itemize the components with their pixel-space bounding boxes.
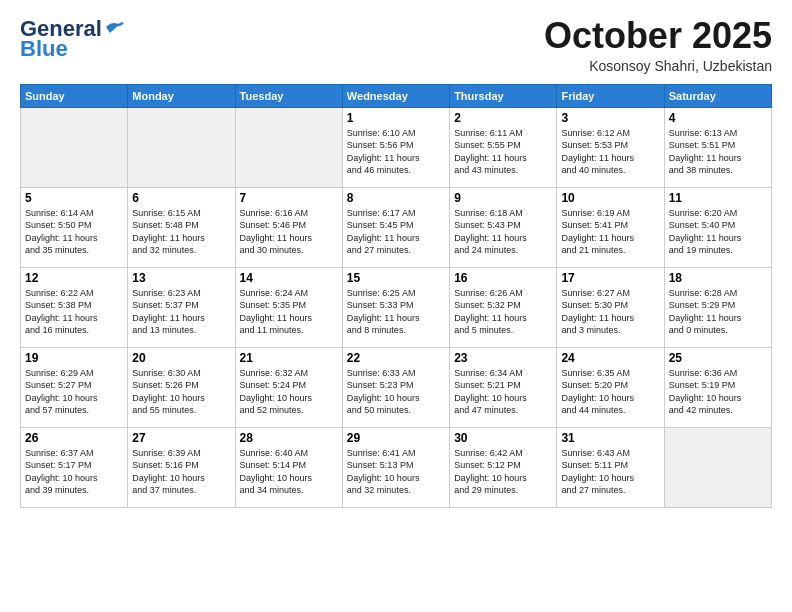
day-number: 17 bbox=[561, 271, 659, 285]
page: General Blue October 2025 Kosonsoy Shahr… bbox=[0, 0, 792, 612]
logo-bird-icon bbox=[104, 19, 126, 35]
table-row: 2Sunrise: 6:11 AM Sunset: 5:55 PM Daylig… bbox=[450, 107, 557, 187]
day-info: Sunrise: 6:17 AM Sunset: 5:45 PM Dayligh… bbox=[347, 207, 445, 257]
day-info: Sunrise: 6:10 AM Sunset: 5:56 PM Dayligh… bbox=[347, 127, 445, 177]
calendar-header-row: Sunday Monday Tuesday Wednesday Thursday… bbox=[21, 84, 772, 107]
table-row: 7Sunrise: 6:16 AM Sunset: 5:46 PM Daylig… bbox=[235, 187, 342, 267]
table-row: 11Sunrise: 6:20 AM Sunset: 5:40 PM Dayli… bbox=[664, 187, 771, 267]
table-row: 6Sunrise: 6:15 AM Sunset: 5:48 PM Daylig… bbox=[128, 187, 235, 267]
day-number: 13 bbox=[132, 271, 230, 285]
day-info: Sunrise: 6:29 AM Sunset: 5:27 PM Dayligh… bbox=[25, 367, 123, 417]
table-row: 27Sunrise: 6:39 AM Sunset: 5:16 PM Dayli… bbox=[128, 427, 235, 507]
day-number: 10 bbox=[561, 191, 659, 205]
table-row: 24Sunrise: 6:35 AM Sunset: 5:20 PM Dayli… bbox=[557, 347, 664, 427]
calendar-table: Sunday Monday Tuesday Wednesday Thursday… bbox=[20, 84, 772, 508]
table-row: 30Sunrise: 6:42 AM Sunset: 5:12 PM Dayli… bbox=[450, 427, 557, 507]
table-row: 16Sunrise: 6:26 AM Sunset: 5:32 PM Dayli… bbox=[450, 267, 557, 347]
table-row: 4Sunrise: 6:13 AM Sunset: 5:51 PM Daylig… bbox=[664, 107, 771, 187]
logo-blue: Blue bbox=[20, 36, 126, 62]
day-number: 25 bbox=[669, 351, 767, 365]
day-number: 9 bbox=[454, 191, 552, 205]
day-number: 23 bbox=[454, 351, 552, 365]
table-row: 29Sunrise: 6:41 AM Sunset: 5:13 PM Dayli… bbox=[342, 427, 449, 507]
table-row: 23Sunrise: 6:34 AM Sunset: 5:21 PM Dayli… bbox=[450, 347, 557, 427]
table-row: 21Sunrise: 6:32 AM Sunset: 5:24 PM Dayli… bbox=[235, 347, 342, 427]
day-number: 29 bbox=[347, 431, 445, 445]
table-row: 22Sunrise: 6:33 AM Sunset: 5:23 PM Dayli… bbox=[342, 347, 449, 427]
day-info: Sunrise: 6:33 AM Sunset: 5:23 PM Dayligh… bbox=[347, 367, 445, 417]
table-row: 14Sunrise: 6:24 AM Sunset: 5:35 PM Dayli… bbox=[235, 267, 342, 347]
table-row: 28Sunrise: 6:40 AM Sunset: 5:14 PM Dayli… bbox=[235, 427, 342, 507]
day-number: 19 bbox=[25, 351, 123, 365]
calendar-week-row: 1Sunrise: 6:10 AM Sunset: 5:56 PM Daylig… bbox=[21, 107, 772, 187]
day-info: Sunrise: 6:11 AM Sunset: 5:55 PM Dayligh… bbox=[454, 127, 552, 177]
table-row bbox=[21, 107, 128, 187]
day-info: Sunrise: 6:39 AM Sunset: 5:16 PM Dayligh… bbox=[132, 447, 230, 497]
day-info: Sunrise: 6:23 AM Sunset: 5:37 PM Dayligh… bbox=[132, 287, 230, 337]
table-row: 26Sunrise: 6:37 AM Sunset: 5:17 PM Dayli… bbox=[21, 427, 128, 507]
day-number: 12 bbox=[25, 271, 123, 285]
table-row: 19Sunrise: 6:29 AM Sunset: 5:27 PM Dayli… bbox=[21, 347, 128, 427]
day-number: 8 bbox=[347, 191, 445, 205]
location-subtitle: Kosonsoy Shahri, Uzbekistan bbox=[544, 58, 772, 74]
day-info: Sunrise: 6:24 AM Sunset: 5:35 PM Dayligh… bbox=[240, 287, 338, 337]
col-tuesday: Tuesday bbox=[235, 84, 342, 107]
day-number: 24 bbox=[561, 351, 659, 365]
day-number: 21 bbox=[240, 351, 338, 365]
day-info: Sunrise: 6:43 AM Sunset: 5:11 PM Dayligh… bbox=[561, 447, 659, 497]
day-number: 18 bbox=[669, 271, 767, 285]
day-number: 27 bbox=[132, 431, 230, 445]
col-monday: Monday bbox=[128, 84, 235, 107]
day-number: 28 bbox=[240, 431, 338, 445]
day-info: Sunrise: 6:16 AM Sunset: 5:46 PM Dayligh… bbox=[240, 207, 338, 257]
day-info: Sunrise: 6:25 AM Sunset: 5:33 PM Dayligh… bbox=[347, 287, 445, 337]
day-info: Sunrise: 6:15 AM Sunset: 5:48 PM Dayligh… bbox=[132, 207, 230, 257]
table-row: 20Sunrise: 6:30 AM Sunset: 5:26 PM Dayli… bbox=[128, 347, 235, 427]
day-number: 1 bbox=[347, 111, 445, 125]
day-info: Sunrise: 6:35 AM Sunset: 5:20 PM Dayligh… bbox=[561, 367, 659, 417]
day-info: Sunrise: 6:36 AM Sunset: 5:19 PM Dayligh… bbox=[669, 367, 767, 417]
day-info: Sunrise: 6:20 AM Sunset: 5:40 PM Dayligh… bbox=[669, 207, 767, 257]
calendar-week-row: 12Sunrise: 6:22 AM Sunset: 5:38 PM Dayli… bbox=[21, 267, 772, 347]
day-number: 2 bbox=[454, 111, 552, 125]
day-number: 7 bbox=[240, 191, 338, 205]
day-number: 11 bbox=[669, 191, 767, 205]
title-area: October 2025 Kosonsoy Shahri, Uzbekistan bbox=[544, 16, 772, 74]
day-info: Sunrise: 6:12 AM Sunset: 5:53 PM Dayligh… bbox=[561, 127, 659, 177]
day-number: 31 bbox=[561, 431, 659, 445]
day-info: Sunrise: 6:28 AM Sunset: 5:29 PM Dayligh… bbox=[669, 287, 767, 337]
day-info: Sunrise: 6:32 AM Sunset: 5:24 PM Dayligh… bbox=[240, 367, 338, 417]
day-info: Sunrise: 6:13 AM Sunset: 5:51 PM Dayligh… bbox=[669, 127, 767, 177]
table-row bbox=[664, 427, 771, 507]
table-row: 12Sunrise: 6:22 AM Sunset: 5:38 PM Dayli… bbox=[21, 267, 128, 347]
day-info: Sunrise: 6:14 AM Sunset: 5:50 PM Dayligh… bbox=[25, 207, 123, 257]
day-info: Sunrise: 6:30 AM Sunset: 5:26 PM Dayligh… bbox=[132, 367, 230, 417]
col-wednesday: Wednesday bbox=[342, 84, 449, 107]
day-number: 6 bbox=[132, 191, 230, 205]
table-row: 15Sunrise: 6:25 AM Sunset: 5:33 PM Dayli… bbox=[342, 267, 449, 347]
table-row bbox=[128, 107, 235, 187]
table-row: 1Sunrise: 6:10 AM Sunset: 5:56 PM Daylig… bbox=[342, 107, 449, 187]
day-number: 26 bbox=[25, 431, 123, 445]
day-info: Sunrise: 6:22 AM Sunset: 5:38 PM Dayligh… bbox=[25, 287, 123, 337]
table-row: 13Sunrise: 6:23 AM Sunset: 5:37 PM Dayli… bbox=[128, 267, 235, 347]
table-row: 25Sunrise: 6:36 AM Sunset: 5:19 PM Dayli… bbox=[664, 347, 771, 427]
day-number: 20 bbox=[132, 351, 230, 365]
day-info: Sunrise: 6:26 AM Sunset: 5:32 PM Dayligh… bbox=[454, 287, 552, 337]
logo: General Blue bbox=[20, 16, 126, 62]
month-title: October 2025 bbox=[544, 16, 772, 56]
day-info: Sunrise: 6:42 AM Sunset: 5:12 PM Dayligh… bbox=[454, 447, 552, 497]
col-friday: Friday bbox=[557, 84, 664, 107]
calendar-week-row: 5Sunrise: 6:14 AM Sunset: 5:50 PM Daylig… bbox=[21, 187, 772, 267]
col-thursday: Thursday bbox=[450, 84, 557, 107]
day-number: 4 bbox=[669, 111, 767, 125]
calendar-week-row: 26Sunrise: 6:37 AM Sunset: 5:17 PM Dayli… bbox=[21, 427, 772, 507]
table-row: 3Sunrise: 6:12 AM Sunset: 5:53 PM Daylig… bbox=[557, 107, 664, 187]
col-saturday: Saturday bbox=[664, 84, 771, 107]
table-row: 17Sunrise: 6:27 AM Sunset: 5:30 PM Dayli… bbox=[557, 267, 664, 347]
calendar-week-row: 19Sunrise: 6:29 AM Sunset: 5:27 PM Dayli… bbox=[21, 347, 772, 427]
table-row: 31Sunrise: 6:43 AM Sunset: 5:11 PM Dayli… bbox=[557, 427, 664, 507]
table-row: 10Sunrise: 6:19 AM Sunset: 5:41 PM Dayli… bbox=[557, 187, 664, 267]
table-row: 9Sunrise: 6:18 AM Sunset: 5:43 PM Daylig… bbox=[450, 187, 557, 267]
day-number: 5 bbox=[25, 191, 123, 205]
